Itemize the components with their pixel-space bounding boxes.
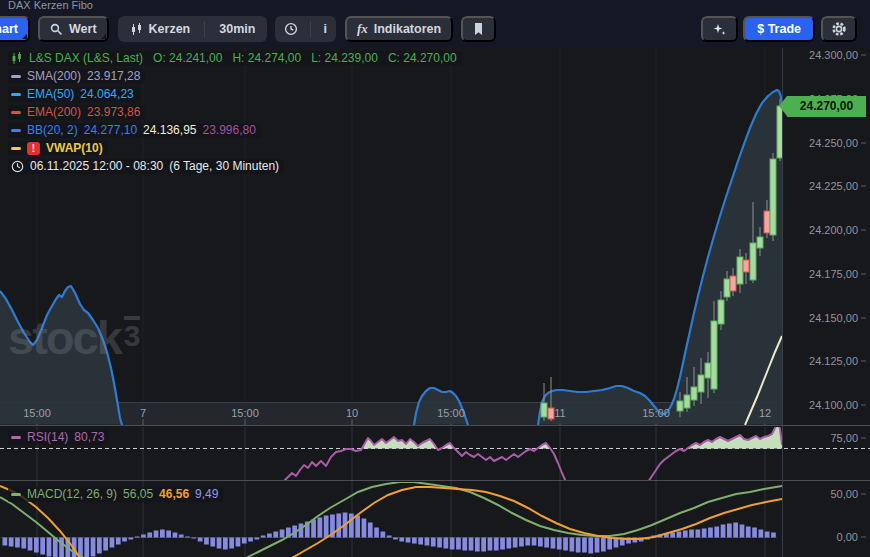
macd-histogram-bar (696, 530, 701, 538)
ohlc-high: H: 24.274,00 (232, 52, 301, 65)
macd-histogram-bar (576, 538, 581, 553)
macd-label: MACD(12, 26, 9) (27, 488, 117, 501)
macd-histogram-bar (110, 538, 115, 548)
candle-body (737, 257, 743, 284)
wert-label: Wert (69, 22, 97, 36)
macd-histogram-bar (267, 534, 272, 538)
candle-body (770, 159, 776, 235)
last-price-tag: 24.270,00 (787, 96, 866, 117)
legend-sma-row[interactable]: SMA(200) 23.917,28 (8, 69, 145, 84)
info-button[interactable]: i (323, 22, 326, 36)
indicators-button[interactable]: fx Indikatoren (345, 16, 453, 42)
settings-button[interactable] (821, 16, 857, 42)
chart-button-label: Chart (0, 22, 18, 36)
bb-lower-value: 23.996,80 (202, 124, 255, 137)
macd-histogram-bar (771, 533, 776, 538)
price-tag-value: 24.270,00 (800, 99, 853, 113)
macd-histogram-bar (3, 538, 8, 546)
trade-button[interactable]: $ Trade (743, 16, 815, 42)
legend-instrument-row[interactable]: L&S DAX (L&S, Last) O: 24.241,00 H: 24.2… (8, 51, 462, 66)
macd-histogram-bar (261, 536, 266, 538)
chart-button[interactable]: Chart (0, 16, 30, 42)
toolbar: Chart Wert Kerzen (0, 16, 870, 42)
time-label: 15:00 (642, 406, 670, 420)
macd-histogram-bar (116, 538, 121, 545)
bb-middle-value: 24.136,95 (143, 124, 196, 137)
rsi-indicator-panel (283, 423, 782, 482)
ai-assist-button[interactable] (701, 16, 738, 42)
sma-label: SMA(200) (27, 70, 81, 83)
macd-histogram-bar (683, 531, 688, 538)
stock3-watermark: stock 3 (8, 314, 140, 362)
macd-histogram-bar (179, 535, 184, 538)
bookmark-icon (472, 22, 485, 36)
legend-vwap-row[interactable]: ! VWAP(10) (8, 141, 108, 156)
candle-body (711, 321, 717, 389)
macd-histogram-bar (513, 538, 518, 548)
range-period: 06.11.2025 12:00 - 08:30 (30, 160, 163, 173)
bb-label: BB(20, 2) (27, 124, 78, 137)
sma-line-icon (11, 75, 21, 78)
candlestick-icon (130, 23, 143, 36)
macd-value: 56,05 (123, 488, 153, 501)
rsi-overbought-area (648, 423, 782, 482)
macd-histogram-bar (469, 538, 474, 551)
legend-ema50-row[interactable]: EMA(50) 24.064,23 (8, 87, 139, 102)
macd-histogram-bar (84, 538, 89, 557)
macd-histogram-bar (15, 538, 20, 548)
fx-icon: fx (357, 21, 368, 37)
macd-histogram-bar (59, 538, 64, 557)
instrument-search-button[interactable]: Wert (38, 16, 109, 42)
chart-legend: L&S DAX (L&S, Last) O: 24.241,00 H: 24.2… (8, 51, 462, 174)
time-info-group: i (275, 16, 335, 42)
bookmark-button[interactable] (461, 16, 496, 42)
legend-ema200-row[interactable]: EMA(200) 23.973,86 (8, 105, 145, 120)
macd-histogram-bar (40, 538, 45, 555)
macd-histogram-bar (28, 538, 33, 551)
trading-app: stock 3 DAX Kerzen Fibo Chart Wert (0, 0, 870, 557)
macd-legend[interactable]: MACD(12, 26, 9) 56,05 46,56 9,49 (8, 487, 223, 502)
legend-range-row[interactable]: 06.11.2025 12:00 - 08:30 (6 Tage, 30 Min… (8, 159, 284, 174)
macd-histogram-bar (47, 538, 52, 557)
candle-body (730, 276, 736, 291)
macd-histogram-bar (21, 538, 26, 549)
ohlc-low: L: 24.239,00 (311, 52, 378, 65)
macd-histogram-bar (198, 538, 203, 542)
macd-histogram-bar (217, 538, 222, 549)
macd-histogram-bar (280, 530, 285, 538)
macd-histogram-bar (538, 538, 543, 547)
macd-histogram-bar (242, 538, 247, 544)
candle-body (750, 243, 756, 280)
macd-histogram-bar (765, 532, 770, 538)
macd-histogram-bar (255, 538, 260, 540)
macd-histogram-bar (192, 538, 197, 539)
time-range-button[interactable] (284, 22, 298, 36)
legend-bb-row[interactable]: BB(20, 2) 24.277,10 24.136,95 23.996,80 (8, 123, 261, 138)
macd-histogram-bar (551, 538, 556, 549)
candle-body (718, 300, 724, 324)
candle-body (724, 279, 730, 297)
chart-type-button[interactable]: Kerzen (130, 22, 191, 36)
rsi-line-group (283, 423, 782, 482)
macd-histogram-bar (714, 527, 719, 538)
macd-histogram-bar (349, 514, 354, 538)
watermark-sup: 3 (124, 316, 141, 351)
macd-histogram-bar (374, 528, 379, 538)
candle-body (548, 408, 554, 419)
time-label: 12 (759, 406, 771, 420)
rsi-label: RSI(14) (27, 431, 68, 444)
watermark-text: stock (8, 314, 121, 362)
price-label: 24.200,00 (792, 223, 858, 237)
macd-histogram-bar (166, 531, 171, 538)
rsi-legend[interactable]: RSI(14) 80,73 (8, 430, 109, 445)
divider (310, 21, 311, 37)
time-label: 15:00 (231, 406, 259, 420)
macd-histogram-bar (311, 520, 316, 538)
macd-histogram-bar (204, 538, 209, 545)
macd-histogram-bar (381, 532, 386, 538)
macd-histogram-bar (173, 533, 178, 538)
macd-histogram-bar (595, 538, 600, 553)
interval-button[interactable]: 30min (219, 22, 255, 36)
macd-histogram-bar (519, 538, 524, 547)
macd-histogram-bar (721, 525, 726, 538)
